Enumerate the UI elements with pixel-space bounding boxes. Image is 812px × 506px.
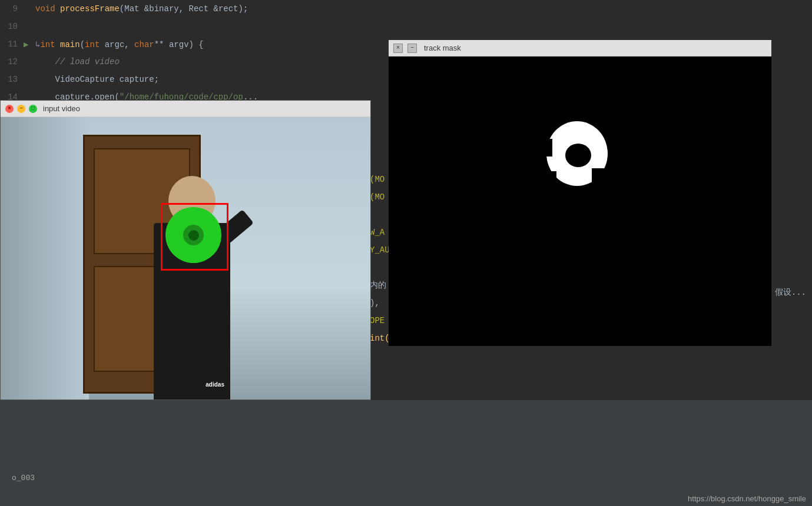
line-number-13: 13 [3, 75, 24, 84]
line-number-11: 11 [3, 39, 24, 49]
partial-code-ope: OPE [370, 316, 385, 325]
green-disc [165, 207, 221, 263]
svg-rect-3 [592, 168, 612, 192]
partial-code-chinese1: 内的 [370, 280, 386, 291]
file-indicator: o_003 [12, 474, 35, 482]
disc-outer [165, 207, 221, 263]
track-mask-content [389, 56, 771, 346]
track-mask-window: × − track mask [389, 40, 771, 346]
partial-code-mo1: (MO [370, 175, 385, 184]
close-button[interactable]: × [5, 105, 14, 113]
track-mask-min-btn[interactable]: − [407, 44, 417, 53]
line-arrow-11: ▶ [24, 39, 35, 49]
partial-code-mo2: (MO [370, 192, 385, 202]
line-number-10: 10 [3, 22, 24, 31]
status-bar: https://blog.csdn.net/hongge_smile [0, 491, 812, 506]
left-wall [1, 117, 89, 400]
maximize-button[interactable]: □ [29, 105, 37, 113]
track-mask-titlebar: × − track mask [389, 40, 771, 56]
disc-inner [183, 225, 204, 245]
adidas-logo: adidas [206, 381, 224, 388]
track-mask-close-btn[interactable]: × [393, 44, 403, 53]
svg-point-1 [565, 144, 591, 167]
input-video-titlebar: × − □ input video [1, 101, 370, 117]
video-scene: adidas [1, 117, 370, 400]
code-line-10: 10 [0, 18, 812, 35]
file-name: o_003 [12, 474, 35, 482]
partial-code-wa: W_A [370, 228, 385, 237]
input-video-title: input video [43, 104, 80, 113]
partial-code-paren: ), [370, 298, 380, 308]
tracked-mask-blob [542, 115, 612, 192]
input-video-window: × − □ input video [0, 100, 371, 400]
line-content-9: void processFrame(Mat &binary, Rect &rec… [35, 4, 812, 14]
partial-code-int: int( [370, 334, 390, 343]
bottom-toolbar: o_003 [0, 465, 812, 491]
code-line-9: 9 void processFrame(Mat &binary, Rect &r… [0, 0, 812, 18]
blog-url: https://blog.csdn.net/hongge_smile [688, 494, 806, 503]
partial-code-yau: Y_AU [370, 245, 390, 255]
video-frame: adidas [1, 117, 370, 400]
svg-rect-5 [542, 171, 556, 192]
minimize-button[interactable]: − [17, 105, 25, 113]
line-number-9: 9 [3, 4, 24, 14]
svg-rect-4 [542, 115, 548, 145]
track-mask-title: track mask [424, 44, 461, 52]
disc-center [188, 230, 199, 241]
line-number-12: 12 [3, 57, 24, 66]
